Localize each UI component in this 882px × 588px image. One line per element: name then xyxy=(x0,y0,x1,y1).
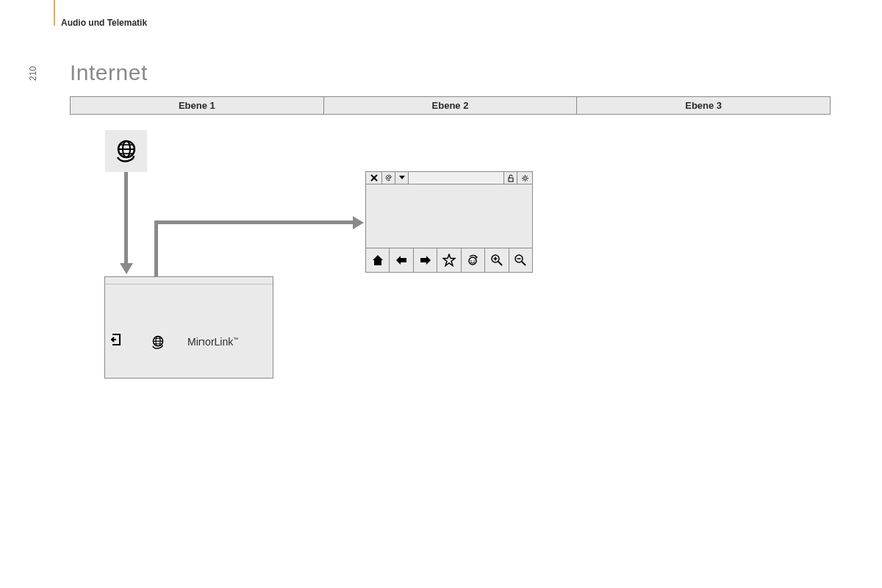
browser-back-button[interactable] xyxy=(390,248,413,272)
page-number: 210 xyxy=(28,66,38,81)
browser-panel xyxy=(365,171,533,273)
levels-header-table: Ebene 1 Ebene 2 Ebene 3 xyxy=(70,96,831,115)
level-2-header: Ebene 2 xyxy=(323,97,577,115)
svg-line-21 xyxy=(522,262,526,265)
zoom-out-icon xyxy=(514,254,527,267)
globe-hand-icon[interactable] xyxy=(149,334,167,351)
globe-hand-icon xyxy=(112,137,141,166)
arrow-left-icon xyxy=(395,255,408,265)
level-3-header: Ebene 3 xyxy=(577,97,831,115)
menu-panel: MirrorLink™ xyxy=(104,276,273,379)
arrow-right-icon xyxy=(419,255,432,265)
browser-favorite-button[interactable] xyxy=(437,248,461,272)
close-icon xyxy=(370,174,378,182)
unlock-icon xyxy=(507,174,514,182)
browser-url-field[interactable] xyxy=(409,172,504,184)
flow-arrow-horizontal xyxy=(154,220,354,224)
exit-icon[interactable] xyxy=(110,334,121,345)
internet-main-icon[interactable] xyxy=(105,130,147,172)
mirrorlink-label[interactable]: MirrorLink™ xyxy=(187,336,238,348)
svg-point-12 xyxy=(523,176,526,179)
section-marker xyxy=(54,0,55,26)
arrowhead-right xyxy=(353,216,364,229)
browser-top-bar xyxy=(366,172,532,184)
svg-point-14 xyxy=(471,260,473,262)
browser-refresh-button[interactable] xyxy=(462,248,485,272)
star-icon xyxy=(442,254,456,267)
browser-settings-button[interactable] xyxy=(517,172,532,184)
gear-icon xyxy=(521,174,529,182)
browser-forward-button[interactable] xyxy=(414,248,437,272)
arrowhead-down xyxy=(120,263,133,274)
chevron-down-icon xyxy=(398,175,406,181)
browser-lock-button[interactable] xyxy=(504,172,517,184)
svg-point-10 xyxy=(387,176,390,179)
svg-rect-11 xyxy=(509,178,513,182)
browser-content-area xyxy=(366,184,532,248)
at-icon xyxy=(385,174,392,182)
browser-bottom-bar xyxy=(366,248,532,272)
breadcrumb: Audio und Telematik xyxy=(61,18,147,28)
browser-dropdown-button[interactable] xyxy=(395,172,409,184)
browser-zoom-out-button[interactable] xyxy=(509,248,532,272)
browser-close-button[interactable] xyxy=(366,172,382,184)
level-1-header: Ebene 1 xyxy=(71,97,324,115)
zoom-in-icon xyxy=(490,254,503,267)
flow-arrow-down xyxy=(124,172,128,265)
page-title: Internet xyxy=(70,60,148,85)
refresh-icon xyxy=(466,254,479,267)
browser-at-button[interactable] xyxy=(382,172,395,184)
browser-zoom-in-button[interactable] xyxy=(485,248,509,272)
svg-line-17 xyxy=(498,262,502,265)
home-icon xyxy=(371,254,384,267)
browser-home-button[interactable] xyxy=(366,248,390,272)
menu-panel-header xyxy=(105,277,273,284)
svg-point-15 xyxy=(474,260,476,262)
